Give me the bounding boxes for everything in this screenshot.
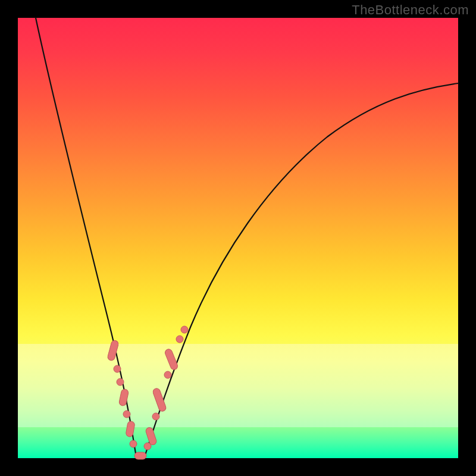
curve-left-branch bbox=[36, 18, 136, 457]
plot-area bbox=[18, 18, 458, 458]
marker-left-cluster-low bbox=[126, 421, 135, 437]
marker-left bbox=[117, 378, 124, 386]
marker-right bbox=[164, 371, 171, 378]
marker-right-top bbox=[181, 326, 188, 333]
marker-right-cluster-upper bbox=[164, 348, 179, 371]
marker-right-cluster-mid bbox=[152, 387, 167, 412]
curve-layer bbox=[18, 18, 458, 458]
watermark-text: TheBottleneck.com bbox=[352, 2, 469, 18]
curve-right-branch bbox=[145, 83, 458, 457]
marker-left bbox=[123, 411, 130, 418]
chart-frame: TheBottleneck.com bbox=[0, 0, 476, 476]
marker-right bbox=[152, 413, 159, 420]
marker-right bbox=[176, 336, 183, 343]
marker-left bbox=[114, 365, 121, 372]
marker-valley-floor bbox=[134, 452, 146, 459]
marker-left bbox=[130, 440, 137, 447]
